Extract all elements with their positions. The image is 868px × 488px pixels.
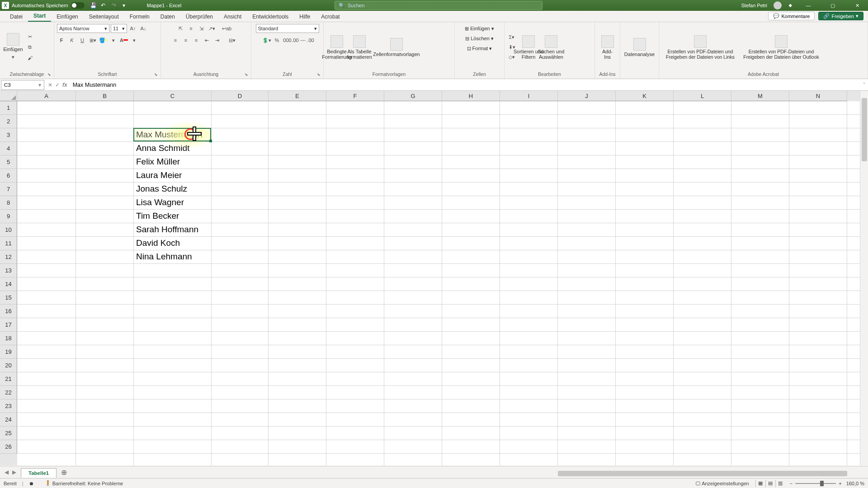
row-header[interactable]: 5 — [0, 155, 17, 169]
row-header[interactable]: 6 — [0, 169, 17, 183]
format-as-table-button[interactable]: Als Tabelle formatieren — [349, 34, 370, 61]
tab-einfügen[interactable]: Einfügen — [51, 12, 83, 22]
row-header[interactable]: 10 — [0, 223, 17, 237]
user-name[interactable]: Stefan Petri — [741, 3, 767, 8]
font-color-button[interactable]: A — [119, 36, 128, 45]
tab-datei[interactable]: Datei — [5, 12, 28, 22]
row-header[interactable]: 12 — [0, 250, 17, 264]
find-select-button[interactable]: Suchen und Auswählen — [541, 34, 561, 61]
italic-button[interactable]: K — [67, 36, 76, 45]
close-button[interactable]: ✕ — [848, 0, 866, 11]
indent-decrease-icon[interactable]: ⇤ — [202, 36, 211, 45]
align-center-icon[interactable]: ≡ — [181, 36, 190, 45]
dialog-launcher-icon[interactable]: ⬊ — [47, 72, 53, 78]
avatar[interactable] — [774, 1, 782, 9]
row-header[interactable]: 26 — [0, 440, 17, 454]
cell[interactable]: Felix Müller — [135, 155, 181, 167]
row-header[interactable]: 21 — [0, 372, 17, 386]
decrease-decimal-icon[interactable]: ←.00 — [304, 36, 313, 45]
row-header[interactable]: 24 — [0, 413, 17, 427]
chevron-down-icon[interactable]: ▾ — [9, 53, 18, 62]
maximize-button[interactable]: ▢ — [824, 0, 842, 11]
format-painter-icon[interactable]: 🖌 — [25, 53, 34, 62]
name-box[interactable]: C3▾ — [1, 80, 44, 90]
view-page-break-icon[interactable]: ▥ — [775, 480, 785, 487]
chevron-down-icon[interactable]: ▾ — [109, 36, 118, 45]
grow-font-icon[interactable]: A↑ — [128, 24, 137, 33]
increase-decimal-icon[interactable]: .00→ — [293, 36, 302, 45]
create-pdf-outlook-button[interactable]: Erstellen von PDF-Dateien und Freigeben … — [741, 34, 822, 61]
cell[interactable]: Lisa Wagner — [135, 196, 185, 207]
tab-formeln[interactable]: Formeln — [124, 12, 155, 22]
zoom-in-icon[interactable]: + — [839, 481, 841, 486]
tab-ansicht[interactable]: Ansicht — [218, 12, 247, 22]
indent-increase-icon[interactable]: ⇥ — [212, 36, 222, 45]
sheet-next-icon[interactable]: ▶ — [12, 469, 16, 475]
autosum-icon[interactable]: Σ▾ — [507, 33, 516, 42]
align-bottom-icon[interactable]: ⇲ — [197, 24, 206, 33]
tab-seitenlayout[interactable]: Seitenlayout — [84, 12, 124, 22]
align-top-icon[interactable]: ⇱ — [176, 24, 185, 33]
row-header[interactable]: 4 — [0, 142, 17, 155]
accessibility-icon[interactable]: 🧍 — [45, 480, 51, 486]
record-macro-icon[interactable]: ⏺ — [29, 481, 34, 486]
zoom-slider[interactable]: − + — [790, 481, 842, 486]
cell[interactable]: Anna Schmidt — [135, 142, 191, 153]
display-settings-icon[interactable]: 🖵 — [695, 481, 700, 486]
data-analysis-button[interactable]: Datenanalyse — [623, 37, 656, 58]
orientation-icon[interactable]: ↗▾ — [208, 24, 217, 33]
cells-area[interactable]: Max MustermannAnna SchmidtFelix MüllerLa… — [17, 101, 860, 465]
dialog-launcher-icon[interactable]: ⬊ — [245, 72, 250, 78]
redo-icon[interactable]: ↷ — [112, 2, 118, 9]
tab-acrobat[interactable]: Acrobat — [316, 12, 345, 22]
row-header[interactable]: 1 — [0, 101, 17, 115]
row-header[interactable]: 2 — [0, 115, 17, 128]
row-header[interactable]: 18 — [0, 332, 17, 345]
copy-icon[interactable]: ⧉ — [25, 43, 34, 52]
cell[interactable]: Tim Becker — [135, 210, 180, 221]
share-button[interactable]: 🔗 Freigeben ▾ — [818, 12, 863, 20]
row-header[interactable]: 11 — [0, 237, 17, 250]
row-header[interactable]: 7 — [0, 183, 17, 196]
search-box[interactable]: 🔍 Suchen — [335, 1, 542, 10]
row-header[interactable]: 17 — [0, 318, 17, 332]
vertical-scrollbar[interactable] — [860, 91, 868, 465]
column-header[interactable]: J — [558, 91, 616, 101]
sheet-prev-icon[interactable]: ◀ — [5, 469, 9, 475]
sheet-tab[interactable]: Tabelle1 — [21, 468, 57, 478]
column-header[interactable]: N — [789, 91, 847, 101]
column-header[interactable]: B — [76, 91, 134, 101]
undo-icon[interactable]: ↶ — [101, 2, 107, 9]
insert-cells-button[interactable]: ⊞ Einfügen ▾ — [462, 24, 497, 33]
cell[interactable]: Jonas Schulz — [135, 183, 189, 194]
horizontal-scrollbar[interactable] — [550, 470, 857, 477]
row-header[interactable]: 15 — [0, 291, 17, 305]
accept-formula-icon[interactable]: ✓ — [55, 82, 60, 88]
row-header[interactable]: 8 — [0, 196, 17, 210]
cell[interactable]: David Koch — [135, 237, 181, 248]
format-cells-button[interactable]: ⊡ Format ▾ — [464, 44, 495, 53]
align-right-icon[interactable]: ≡ — [192, 36, 201, 45]
column-header[interactable]: E — [269, 91, 326, 101]
comments-button[interactable]: 💬 Kommentare — [768, 12, 815, 20]
formula-input[interactable]: Max Mustermann — [70, 80, 860, 90]
cell[interactable]: Nina Lehmann — [135, 250, 193, 262]
column-header[interactable]: I — [500, 91, 558, 101]
column-header[interactable]: L — [674, 91, 731, 101]
display-settings-label[interactable]: Anzeigeeinstellungen — [702, 481, 749, 486]
row-header[interactable]: 19 — [0, 345, 17, 359]
row-header[interactable]: 23 — [0, 399, 17, 413]
row-header[interactable]: 3 — [0, 128, 17, 142]
row-header[interactable]: 16 — [0, 305, 17, 318]
wrap-text-icon[interactable]: ↩ab — [218, 24, 236, 33]
accounting-icon[interactable]: 💲▾ — [262, 36, 271, 45]
shrink-font-icon[interactable]: A↓ — [139, 24, 148, 33]
align-middle-icon[interactable]: ≡ — [187, 24, 196, 33]
column-headers[interactable]: ABCDEFGHIJKLMN — [17, 91, 860, 101]
diamond-icon[interactable]: ⯁ — [788, 3, 793, 8]
select-all-corner[interactable] — [0, 91, 17, 101]
row-header[interactable]: 25 — [0, 427, 17, 440]
minimize-button[interactable]: — — [799, 0, 817, 11]
tab-entwicklertools[interactable]: Entwicklertools — [247, 12, 294, 22]
row-header[interactable]: 9 — [0, 210, 17, 223]
